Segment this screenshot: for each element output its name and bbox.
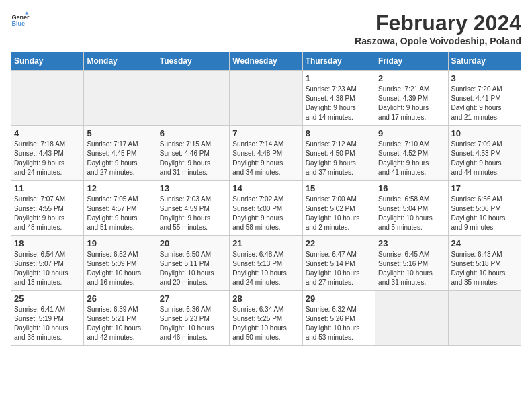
day-number: 22 (306, 238, 372, 248)
day-number: 26 (87, 293, 153, 304)
day-info: Sunrise: 6:41 AM Sunset: 5:19 PM Dayligh… (14, 305, 81, 342)
calendar-day-cell (84, 71, 157, 126)
day-info: Sunrise: 7:05 AM Sunset: 4:57 PM Dayligh… (87, 195, 153, 232)
day-number: 7 (232, 128, 299, 138)
day-number: 6 (160, 128, 226, 138)
calendar-day-cell (448, 291, 521, 346)
day-number: 27 (160, 293, 226, 304)
calendar-day-cell: 20Sunrise: 6:50 AM Sunset: 5:11 PM Dayli… (157, 236, 229, 291)
calendar-day-cell: 24Sunrise: 6:43 AM Sunset: 5:18 PM Dayli… (448, 236, 521, 291)
day-number: 15 (306, 183, 372, 193)
calendar-day-cell (375, 291, 448, 346)
day-number: 13 (160, 183, 226, 193)
day-info: Sunrise: 7:12 AM Sunset: 4:50 PM Dayligh… (306, 140, 372, 177)
day-of-week-header: Wednesday (230, 52, 302, 71)
calendar-day-cell: 27Sunrise: 6:36 AM Sunset: 5:23 PM Dayli… (157, 291, 229, 346)
day-number: 18 (14, 238, 81, 248)
calendar-day-cell: 2Sunrise: 7:21 AM Sunset: 4:39 PM Daylig… (375, 71, 448, 126)
calendar-week-row: 4Sunrise: 7:18 AM Sunset: 4:43 PM Daylig… (11, 126, 521, 181)
calendar-day-cell: 6Sunrise: 7:15 AM Sunset: 4:46 PM Daylig… (157, 126, 229, 181)
day-number: 23 (378, 238, 445, 248)
day-number: 2 (378, 73, 445, 83)
day-number: 10 (451, 128, 518, 138)
day-number: 24 (451, 238, 518, 248)
day-info: Sunrise: 7:03 AM Sunset: 4:59 PM Dayligh… (160, 195, 226, 232)
calendar-day-cell: 10Sunrise: 7:09 AM Sunset: 4:53 PM Dayli… (448, 126, 521, 181)
calendar-day-cell: 22Sunrise: 6:47 AM Sunset: 5:14 PM Dayli… (302, 236, 375, 291)
day-info: Sunrise: 7:18 AM Sunset: 4:43 PM Dayligh… (14, 140, 81, 177)
day-info: Sunrise: 6:50 AM Sunset: 5:11 PM Dayligh… (160, 250, 226, 287)
day-number: 4 (14, 128, 81, 138)
day-number: 9 (378, 128, 445, 138)
calendar-day-cell: 9Sunrise: 7:10 AM Sunset: 4:52 PM Daylig… (375, 126, 448, 181)
day-info: Sunrise: 7:20 AM Sunset: 4:41 PM Dayligh… (451, 85, 518, 122)
calendar-header-row: SundayMondayTuesdayWednesdayThursdayFrid… (11, 52, 521, 71)
day-info: Sunrise: 6:54 AM Sunset: 5:07 PM Dayligh… (14, 250, 81, 287)
calendar-day-cell: 23Sunrise: 6:45 AM Sunset: 5:16 PM Dayli… (375, 236, 448, 291)
calendar-day-cell: 17Sunrise: 6:56 AM Sunset: 5:06 PM Dayli… (448, 181, 521, 236)
day-number: 3 (451, 73, 518, 83)
day-info: Sunrise: 6:56 AM Sunset: 5:06 PM Dayligh… (451, 195, 518, 232)
day-of-week-header: Saturday (448, 52, 521, 71)
day-number: 5 (87, 128, 153, 138)
calendar-day-cell: 8Sunrise: 7:12 AM Sunset: 4:50 PM Daylig… (302, 126, 375, 181)
day-info: Sunrise: 6:58 AM Sunset: 5:04 PM Dayligh… (378, 195, 445, 232)
calendar-day-cell: 11Sunrise: 7:07 AM Sunset: 4:55 PM Dayli… (11, 181, 84, 236)
day-number: 20 (160, 238, 226, 248)
calendar-day-cell (11, 71, 84, 126)
day-info: Sunrise: 7:23 AM Sunset: 4:38 PM Dayligh… (306, 85, 372, 122)
calendar-week-row: 11Sunrise: 7:07 AM Sunset: 4:55 PM Dayli… (11, 181, 521, 236)
day-number: 17 (451, 183, 518, 193)
calendar-day-cell (230, 71, 302, 126)
day-info: Sunrise: 6:32 AM Sunset: 5:26 PM Dayligh… (306, 305, 372, 342)
day-of-week-header: Friday (375, 52, 448, 71)
calendar-day-cell: 5Sunrise: 7:17 AM Sunset: 4:45 PM Daylig… (84, 126, 157, 181)
calendar-day-cell: 28Sunrise: 6:34 AM Sunset: 5:25 PM Dayli… (230, 291, 302, 346)
location-subtitle: Raszowa, Opole Voivodeship, Poland (355, 36, 521, 46)
day-of-week-header: Sunday (11, 52, 84, 71)
calendar-day-cell: 18Sunrise: 6:54 AM Sunset: 5:07 PM Dayli… (11, 236, 84, 291)
day-info: Sunrise: 6:47 AM Sunset: 5:14 PM Dayligh… (306, 250, 372, 287)
day-info: Sunrise: 7:14 AM Sunset: 4:48 PM Dayligh… (232, 140, 299, 177)
day-info: Sunrise: 6:39 AM Sunset: 5:21 PM Dayligh… (87, 305, 153, 342)
month-year-title: February 2024 (355, 11, 521, 36)
day-number: 12 (87, 183, 153, 193)
calendar-day-cell: 29Sunrise: 6:32 AM Sunset: 5:26 PM Dayli… (302, 291, 375, 346)
calendar-day-cell: 7Sunrise: 7:14 AM Sunset: 4:48 PM Daylig… (230, 126, 302, 181)
calendar-week-row: 18Sunrise: 6:54 AM Sunset: 5:07 PM Dayli… (11, 236, 521, 291)
logo: General Blue (11, 11, 30, 30)
day-number: 19 (87, 238, 153, 248)
day-info: Sunrise: 6:43 AM Sunset: 5:18 PM Dayligh… (451, 250, 518, 287)
day-info: Sunrise: 7:21 AM Sunset: 4:39 PM Dayligh… (378, 85, 445, 122)
day-info: Sunrise: 7:00 AM Sunset: 5:02 PM Dayligh… (306, 195, 372, 232)
calendar-day-cell: 4Sunrise: 7:18 AM Sunset: 4:43 PM Daylig… (11, 126, 84, 181)
page-header: General Blue February 2024 Raszowa, Opol… (11, 11, 521, 46)
general-blue-logo-icon: General Blue (11, 11, 30, 30)
calendar-day-cell (157, 71, 229, 126)
calendar-day-cell: 26Sunrise: 6:39 AM Sunset: 5:21 PM Dayli… (84, 291, 157, 346)
day-info: Sunrise: 7:17 AM Sunset: 4:45 PM Dayligh… (87, 140, 153, 177)
day-info: Sunrise: 6:52 AM Sunset: 5:09 PM Dayligh… (87, 250, 153, 287)
calendar-day-cell: 16Sunrise: 6:58 AM Sunset: 5:04 PM Dayli… (375, 181, 448, 236)
calendar-day-cell: 13Sunrise: 7:03 AM Sunset: 4:59 PM Dayli… (157, 181, 229, 236)
day-number: 21 (232, 238, 299, 248)
day-info: Sunrise: 7:09 AM Sunset: 4:53 PM Dayligh… (451, 140, 518, 177)
calendar-day-cell: 14Sunrise: 7:02 AM Sunset: 5:00 PM Dayli… (230, 181, 302, 236)
day-info: Sunrise: 6:45 AM Sunset: 5:16 PM Dayligh… (378, 250, 445, 287)
calendar-table: SundayMondayTuesdayWednesdayThursdayFrid… (11, 52, 521, 346)
day-number: 28 (232, 293, 299, 304)
calendar-day-cell: 25Sunrise: 6:41 AM Sunset: 5:19 PM Dayli… (11, 291, 84, 346)
calendar-day-cell: 12Sunrise: 7:05 AM Sunset: 4:57 PM Dayli… (84, 181, 157, 236)
calendar-week-row: 25Sunrise: 6:41 AM Sunset: 5:19 PM Dayli… (11, 291, 521, 346)
day-info: Sunrise: 7:10 AM Sunset: 4:52 PM Dayligh… (378, 140, 445, 177)
svg-text:General: General (11, 14, 30, 21)
svg-text:Blue: Blue (11, 20, 25, 27)
day-info: Sunrise: 6:34 AM Sunset: 5:25 PM Dayligh… (232, 305, 299, 342)
day-number: 8 (306, 128, 372, 138)
day-of-week-header: Thursday (302, 52, 375, 71)
day-of-week-header: Monday (84, 52, 157, 71)
calendar-day-cell: 1Sunrise: 7:23 AM Sunset: 4:38 PM Daylig… (302, 71, 375, 126)
calendar-week-row: 1Sunrise: 7:23 AM Sunset: 4:38 PM Daylig… (11, 71, 521, 126)
day-info: Sunrise: 6:36 AM Sunset: 5:23 PM Dayligh… (160, 305, 226, 342)
calendar-day-cell: 19Sunrise: 6:52 AM Sunset: 5:09 PM Dayli… (84, 236, 157, 291)
